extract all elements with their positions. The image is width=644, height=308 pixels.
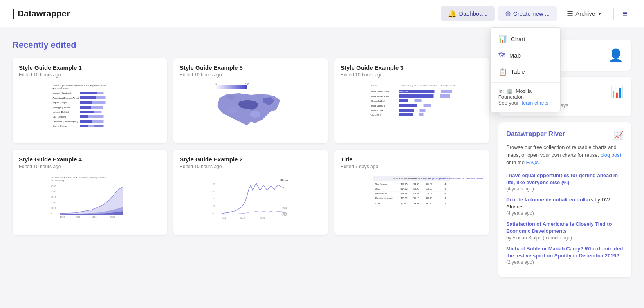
svg-text:4: 4	[445, 188, 446, 190]
svg-text:20: 20	[213, 205, 215, 207]
chart-card-4[interactable]: Style Guide Example 4 Edited 10 hours ag…	[13, 150, 167, 235]
card-1-preview: Share of population that lives in the ca…	[19, 82, 161, 137]
create-map-item[interactable]: 🗺 Map	[491, 47, 560, 63]
river-faq-link[interactable]: FAQs	[526, 159, 539, 165]
svg-rect-47	[399, 104, 417, 107]
svg-text:70: 70	[213, 183, 215, 185]
chart-card-1[interactable]: Style Guide Example 1 Edited 10 hours ag…	[13, 58, 167, 143]
svg-text:New Zealand: New Zealand	[375, 183, 388, 185]
svg-text:■ Gas flaring: ■ Gas flaring	[52, 179, 64, 182]
nav-divider	[613, 8, 614, 20]
svg-rect-26	[88, 125, 94, 127]
svg-rect-38	[441, 90, 452, 93]
river-item-1-title[interactable]: I have equal opportunities for getting a…	[506, 172, 624, 186]
river-item-4: Michael Buble or Mariah Carey? Who domin…	[506, 245, 624, 265]
svg-text:$15.33: $15.33	[401, 197, 408, 199]
team-charts-link[interactable]: team charts	[522, 100, 548, 106]
create-table-item[interactable]: 📋 Table	[491, 63, 560, 80]
svg-text:2015: 2015	[260, 217, 265, 219]
svg-text:1950: 1950	[92, 216, 96, 218]
svg-rect-16	[80, 111, 94, 113]
river-item-4-title[interactable]: Michael Buble or Mariah Carey? Who domin…	[506, 245, 624, 259]
svg-text:$8.45: $8.45	[413, 192, 419, 195]
card-5-title: Style Guide Example 2	[180, 156, 322, 163]
svg-text:1: 1	[445, 202, 446, 205]
card-3-preview: Model Base Price (USS, before incentives…	[341, 82, 483, 137]
river-item-2-title[interactable]: Prix de la tonne de cobalt en dollars by…	[506, 196, 624, 210]
svg-text:Difference between highest and: Difference between highest and lowest	[439, 177, 483, 180]
svg-rect-13	[80, 106, 91, 109]
svg-text:$4.52: $4.52	[413, 202, 419, 205]
hamburger-icon: ≡	[622, 9, 628, 18]
recently-edited-title: Recently edited	[13, 40, 489, 50]
dashboard-nav-btn[interactable]: 🔔 Dashboard	[441, 6, 494, 21]
svg-text:■ In other urban: ■ In other urban	[90, 84, 107, 87]
create-chart-item[interactable]: 📊 Chart	[491, 31, 560, 47]
svg-text:Model: Model	[371, 84, 377, 87]
svg-text:4,000: 4,000	[51, 201, 56, 204]
chart-card-3[interactable]: Style Guide Example 3 Edited 10 hours ag…	[334, 58, 489, 143]
svg-rect-8	[96, 96, 106, 99]
svg-text:6,000: 6,000	[51, 196, 56, 198]
svg-rect-14	[91, 106, 103, 109]
svg-rect-41	[399, 94, 434, 98]
svg-rect-54	[419, 113, 424, 116]
svg-text:2000: 2000	[110, 216, 115, 218]
dashboard-icon: 🔔	[448, 9, 456, 18]
svg-text:$18.46: $18.46	[401, 192, 408, 195]
svg-rect-22	[80, 120, 93, 123]
svg-text:2010: 2010	[240, 217, 245, 219]
svg-text:$8.09: $8.09	[401, 202, 406, 205]
card-6-title: Title	[341, 156, 483, 163]
svg-text:1850: 1850	[60, 216, 65, 218]
create-new-btn[interactable]: ⊕ Create new ...	[498, 6, 557, 21]
svg-text:0: 0	[216, 83, 217, 85]
svg-text:0: 0	[51, 212, 52, 215]
river-item-3-title[interactable]: Satisfaction of Americans is Closely Tie…	[506, 221, 624, 235]
svg-rect-10	[80, 101, 92, 104]
svg-rect-19	[80, 115, 89, 118]
header: Datawrapper 🔔 Dashboard ⊕ Create new ...…	[0, 0, 644, 27]
svg-text:$26.99: $26.99	[426, 188, 432, 190]
svg-text:$94,000: $94,000	[399, 91, 408, 93]
svg-rect-20	[89, 115, 104, 118]
svg-text:4: 4	[445, 183, 446, 185]
card-5-subtitle: Edited 10 hours ago	[180, 164, 322, 169]
svg-text:$10.25: $10.25	[426, 202, 432, 205]
river-description: Browse our free collection of reusable c…	[506, 143, 624, 167]
svg-text:India: India	[375, 202, 380, 205]
svg-text:■ in rural areas: ■ in rural areas	[53, 87, 69, 89]
river-item-2: Prix de la tonne de cobalt en dollars by…	[506, 196, 624, 216]
svg-text:$24.54: $24.54	[426, 183, 432, 185]
svg-rect-28	[216, 85, 247, 89]
svg-rect-11	[92, 101, 106, 104]
svg-rect-25	[80, 125, 88, 127]
archive-nav-btn[interactable]: ☰ Archive ▼	[560, 6, 609, 21]
svg-text:$14.92: $14.92	[401, 188, 408, 190]
svg-text:iPhone: iPhone	[280, 179, 288, 182]
map-icon: 🗺	[498, 51, 505, 60]
card-6-subtitle: Edited 7 days ago	[341, 164, 483, 169]
svg-text:9,000: 9,000	[51, 185, 56, 187]
svg-text:Portugal (Lisbon): Portugal (Lisbon)	[53, 106, 71, 109]
river-blog-link[interactable]: blog post	[601, 152, 621, 158]
svg-text:$19.95: $19.95	[401, 183, 408, 185]
svg-text:Netherlands: Netherlands	[375, 192, 387, 195]
svg-text:8,000: 8,000	[51, 190, 56, 193]
plus-icon: ⊕	[505, 9, 511, 18]
svg-text:Tesla Model S 100D: Tesla Model S 100D	[371, 91, 392, 93]
svg-text:Chevrolet Bolt: Chevrolet Bolt	[371, 100, 386, 102]
svg-text:b: b	[445, 192, 446, 195]
chart-card-5[interactable]: Style Guide Example 2 Edited 10 hours ag…	[173, 150, 328, 235]
dropdown-footer: In: 🏢 Mozilla Foundation See your team c…	[491, 85, 560, 109]
chart-card-2[interactable]: Style Guide Example 5 Edited 10 hours ag…	[173, 58, 328, 143]
svg-text:Range in miles: Range in miles	[441, 84, 457, 87]
svg-text:Argentina (Buenos Aires): Argentina (Buenos Aires)	[53, 97, 79, 99]
river-item-1: I have equal opportunities for getting a…	[506, 172, 624, 192]
chart-card-6[interactable]: Title Edited 7 days ago Average price qu…	[334, 150, 489, 235]
main-nav: 🔔 Dashboard ⊕ Create new ... 📊 Chart 🗺 M…	[441, 6, 631, 21]
river-item-4-meta: (2 years ago)	[506, 259, 624, 265]
hamburger-menu-btn[interactable]: ≡	[619, 6, 631, 21]
card-1-title: Style Guide Example 1	[19, 64, 161, 71]
svg-text:Base Price (USS, before incent: Base Price (USS, before incentives)	[400, 84, 438, 87]
